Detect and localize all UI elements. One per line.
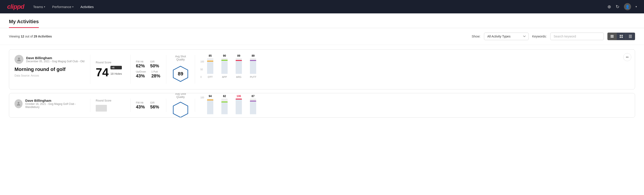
svg-rect-7 <box>629 35 632 35</box>
show-label: Show: <box>472 34 480 38</box>
hex-container-2 <box>172 101 190 118</box>
score-holes: 18 Holes <box>110 72 122 76</box>
score-value: 74 <box>96 66 109 78</box>
chart-column-app: 90 APP <box>221 54 228 78</box>
chart-bars-container-2: 94 82 <box>207 96 624 114</box>
user-date: December 05, 2021 - Gog Magog Golf Club … <box>26 60 84 63</box>
refresh-icon[interactable]: ↻ <box>616 4 620 9</box>
quality-label-2: Avg Shot Quality <box>172 93 190 98</box>
one-putt-stat: 1 Putt 28% <box>151 70 160 78</box>
svg-rect-5 <box>620 36 621 38</box>
activity-card-2: Dave Billingham October 16, 2021 - Gog M… <box>9 93 635 118</box>
score-badge: +4 <box>110 66 122 70</box>
avg-shot-quality-section-2: Avg Shot Quality <box>166 98 195 112</box>
score-display: 74 +4 18 Holes <box>96 66 125 78</box>
activity-card: ✏ Dave Billingham December 05, 2021 - Go… <box>9 49 635 90</box>
hexagon-2 <box>172 101 189 118</box>
svg-rect-8 <box>629 36 632 36</box>
edit-button[interactable]: ✏ <box>623 53 631 61</box>
svg-point-13 <box>18 102 20 104</box>
svg-rect-10 <box>629 38 632 38</box>
user-name-2: Dave Billingham <box>25 98 85 102</box>
card-stats: FW Hit 62% GIR 50% Up/Down 43% 1 Putt <box>130 55 166 84</box>
round-score-section: Round Score 74 +4 18 Holes <box>90 55 130 84</box>
svg-rect-1 <box>610 36 614 37</box>
performance-chevron-icon: ▾ <box>72 6 74 8</box>
card-user-2: Dave Billingham October 16, 2021 - Gog M… <box>14 98 85 109</box>
viewing-count-text: Viewing 12 out of 29 Activities <box>9 34 468 38</box>
bar-chart-2: 100 94 <box>195 98 630 112</box>
user-date-2: October 16, 2021 - Gog Magog Golf Club -… <box>25 102 85 109</box>
nav-teams[interactable]: Teams ▾ <box>33 5 45 9</box>
svg-rect-0 <box>610 35 614 36</box>
page-title: My Activities <box>9 19 39 28</box>
page-content: My Activities Viewing 12 out of 29 Activ… <box>0 14 644 195</box>
chart-column-putt: 89 PUTT <box>250 54 256 78</box>
nav-right: ⊕ ↻ 👤 ▾ <box>608 3 637 10</box>
gir-stat-2: GIR 56% <box>150 101 159 110</box>
list-compact-view-button[interactable] <box>608 33 617 40</box>
svg-marker-14 <box>173 102 188 117</box>
stats-row-bottom: Up/Down 43% 1 Putt 28% <box>136 70 161 78</box>
teams-chevron-icon: ▾ <box>44 6 45 8</box>
fw-hit-stat: FW Hit 62% <box>136 60 145 68</box>
round-score-section-2: Round Score <box>90 98 130 112</box>
card-title: Morning round of golf <box>14 66 85 72</box>
svg-point-11 <box>18 58 20 59</box>
nav-links: Teams ▾ Performance ▾ Activities <box>33 5 598 9</box>
chart-column-arg: 89 ARG <box>236 54 242 78</box>
activities-list: ✏ Dave Billingham December 05, 2021 - Go… <box>0 45 644 122</box>
chart-column-ott: 85 OTT <box>207 54 213 78</box>
svg-rect-3 <box>620 35 621 36</box>
user-menu-chevron-icon[interactable]: ▾ <box>636 5 637 8</box>
hex-container: 89 <box>172 64 190 84</box>
add-icon[interactable]: ⊕ <box>608 4 611 9</box>
nav-performance[interactable]: Performance ▾ <box>52 5 74 9</box>
card-stats-2: FW Hit 43% GIR 56% <box>130 98 166 112</box>
user-name: Dave Billingham <box>26 56 84 60</box>
filter-bar: Viewing 12 out of 29 Activities Show: Al… <box>0 28 644 45</box>
grid-view-button[interactable] <box>617 33 626 40</box>
card-left-2: Dave Billingham October 16, 2021 - Gog M… <box>14 98 90 112</box>
svg-rect-4 <box>622 35 623 36</box>
chart-column-ott-2: 94 <box>207 94 213 114</box>
card-left: Dave Billingham December 05, 2021 - Gog … <box>14 55 90 84</box>
bar-chart: 100 50 0 85 OTT <box>195 55 630 84</box>
page-header: My Activities <box>0 14 644 28</box>
list-full-view-button[interactable] <box>626 33 635 40</box>
avatar <box>14 55 24 64</box>
chart-column-putt-2: 87 <box>250 94 256 114</box>
avg-shot-quality-section: Avg Shot Quality 89 <box>166 55 195 84</box>
svg-rect-9 <box>629 36 632 37</box>
score-placeholder <box>96 105 107 112</box>
avatar-2 <box>14 99 22 108</box>
gir-stat: GIR 50% <box>150 60 159 68</box>
hex-score: 89 <box>178 71 183 77</box>
keywords-label: Keywords: <box>532 34 547 38</box>
chart-column-arg-2: 106 <box>236 94 242 114</box>
stats-row-top-2: FW Hit 43% GIR 56% <box>136 101 161 110</box>
round-score-label-2: Round Score <box>96 99 125 102</box>
navbar: clippd Teams ▾ Performance ▾ Activities … <box>0 0 644 14</box>
chart-bars-container: 85 OTT 90 <box>207 60 624 78</box>
svg-rect-6 <box>622 36 623 38</box>
activity-type-select[interactable]: All Activity Types <box>484 32 529 40</box>
search-input[interactable] <box>550 32 604 40</box>
data-source: Data Source: Arccos <box>14 74 85 77</box>
chart-column-app-2: 82 <box>221 94 228 114</box>
view-toggle <box>608 32 635 40</box>
card-user: Dave Billingham December 05, 2021 - Gog … <box>14 55 85 64</box>
fw-hit-stat-2: FW Hit 43% <box>136 101 145 110</box>
nav-activities[interactable]: Activities <box>80 5 94 9</box>
svg-rect-2 <box>610 37 614 38</box>
quality-label: Avg Shot Quality <box>172 55 190 61</box>
stats-row-top: FW Hit 62% GIR 50% <box>136 60 161 68</box>
user-avatar-nav[interactable]: 👤 <box>624 3 631 10</box>
logo[interactable]: clippd <box>7 3 24 10</box>
round-score-label: Round Score <box>96 61 125 64</box>
updown-stat: Up/Down 43% <box>136 70 146 78</box>
